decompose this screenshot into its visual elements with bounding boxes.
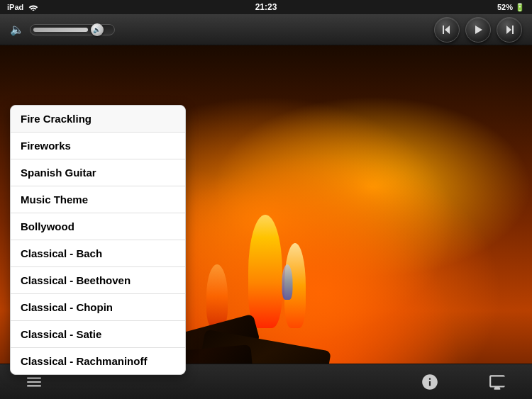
menu-item-classical-beethoven[interactable]: Classical - Beethoven: [11, 267, 185, 294]
speaker-icon: 🔊: [93, 26, 101, 33]
display-button[interactable]: [485, 369, 511, 395]
menu-item-classical-rachmaninoff[interactable]: Classical - Rachmaninoff: [11, 348, 185, 374]
menu-item-classical-satie[interactable]: Classical - Satie: [11, 321, 185, 348]
menu-item-fire-crackling[interactable]: Fire Crackling: [11, 106, 185, 133]
next-button[interactable]: [497, 17, 522, 43]
menu-item-music-theme[interactable]: Music Theme: [11, 186, 185, 213]
device-label: iPad: [7, 3, 23, 11]
menu-item-bollywood[interactable]: Bollywood: [11, 213, 185, 240]
playback-controls: [434, 17, 522, 43]
top-toolbar: 🔈 🔊: [0, 14, 532, 45]
volume-thumb[interactable]: 🔊: [91, 23, 104, 36]
volume-fill: [33, 28, 88, 32]
volume-icon: 🔈: [10, 23, 24, 36]
prev-button[interactable]: [434, 17, 460, 43]
menu-item-spanish-guitar[interactable]: Spanish Guitar: [11, 159, 185, 186]
menu-item-classical-chopin[interactable]: Classical - Chopin: [11, 294, 185, 321]
volume-slider[interactable]: 🔊: [30, 24, 115, 35]
status-bar: iPad 21:23 52% 🔋: [0, 0, 532, 14]
menu-item-classical-bach[interactable]: Classical - Bach: [11, 240, 185, 267]
play-button[interactable]: [465, 17, 491, 43]
info-button[interactable]: [417, 369, 443, 395]
volume-control[interactable]: 🔈 🔊: [10, 23, 115, 36]
menu-item-fireworks[interactable]: Fireworks: [11, 133, 185, 159]
status-left: iPad: [7, 2, 39, 12]
battery-status: 52% 🔋: [497, 3, 525, 12]
sound-menu: Fire CracklingFireworksSpanish GuitarMus…: [10, 105, 186, 375]
status-time: 21:23: [255, 2, 277, 12]
wifi-icon: [28, 2, 39, 12]
